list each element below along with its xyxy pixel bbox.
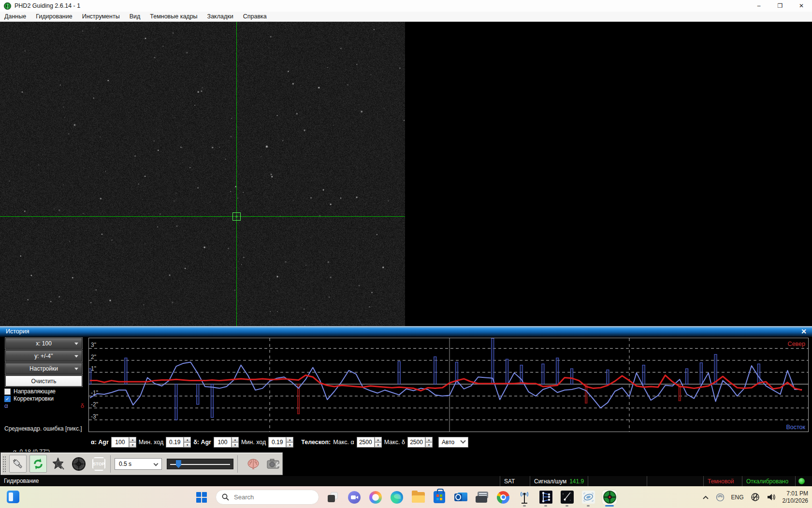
close-button[interactable]: ✕: [791, 0, 812, 12]
chrome-button[interactable]: [496, 490, 510, 505]
ra-minmove-input[interactable]: [166, 437, 184, 448]
minimize-button[interactable]: –: [748, 0, 769, 12]
toolbar-grip-handle[interactable]: [2, 456, 6, 472]
taskbar-clock[interactable]: 7:01 PM 2/10/2026: [783, 490, 808, 505]
search-input[interactable]: [234, 493, 306, 501]
svg-text:3": 3": [91, 342, 96, 348]
start-button[interactable]: [194, 490, 209, 505]
corrections-checkbox[interactable]: ✓: [4, 396, 11, 402]
max-ra-stepper[interactable]: ▲▼: [357, 437, 382, 448]
dec-mode-select[interactable]: Авто: [438, 437, 468, 448]
restore-button[interactable]: ❐: [769, 0, 791, 12]
menu-tools[interactable]: Инструменты: [77, 12, 125, 22]
crosshair-horizontal: [0, 216, 405, 217]
auto-select-star-button[interactable]: [50, 455, 67, 473]
camera-image-area[interactable]: [0, 22, 812, 326]
spin-up-icon[interactable]: ▲: [425, 437, 433, 442]
galaxy-icon: [582, 491, 595, 504]
guides-checkbox[interactable]: [4, 388, 11, 395]
dec-aggression-input[interactable]: [214, 437, 232, 448]
spin-up-icon[interactable]: ▲: [184, 437, 191, 442]
clock-date: 2/10/2026: [783, 497, 808, 505]
file-explorer-button[interactable]: [411, 490, 425, 505]
task-view-button[interactable]: [326, 490, 340, 505]
ra-legend-label: α: [4, 402, 8, 409]
status-bar: Гидирование SAT Сигнал/шум141.9 Темновой…: [0, 476, 812, 486]
clock-time: 7:01 PM: [783, 490, 808, 497]
clear-button[interactable]: Очистить: [5, 375, 82, 387]
y-scale-dropdown[interactable]: y: +/-4'': [5, 350, 82, 361]
language-indicator[interactable]: ENG: [731, 494, 744, 501]
spin-down-icon[interactable]: ▼: [425, 442, 433, 448]
phd2-taskbar-button[interactable]: [602, 490, 617, 505]
dec-minmove-input[interactable]: [268, 437, 286, 448]
galaxy-app-button[interactable]: [581, 490, 595, 505]
max-ra-input[interactable]: [357, 437, 375, 448]
widgets-icon[interactable]: [7, 491, 19, 503]
menu-guiding[interactable]: Гидирование: [31, 12, 77, 22]
exposure-select[interactable]: 0.5 s: [115, 458, 162, 470]
spin-down-icon[interactable]: ▼: [232, 442, 239, 448]
spin-up-icon[interactable]: ▲: [375, 437, 382, 442]
history-close-icon[interactable]: ✕: [799, 327, 808, 336]
outlook-icon: [454, 492, 467, 503]
max-dec-stepper[interactable]: ▲▼: [407, 437, 433, 448]
remote-keyboard-button[interactable]: [475, 490, 489, 505]
advanced-settings-button[interactable]: [245, 455, 262, 473]
ra-aggression-input[interactable]: [111, 437, 129, 448]
dec-agr-label: δ: Agr: [193, 439, 211, 446]
guide-star-box: [232, 212, 241, 221]
status-calibrated: Откалибровано: [742, 476, 795, 486]
spin-down-icon[interactable]: ▼: [375, 442, 382, 448]
svg-text:2": 2": [91, 354, 96, 360]
taskbar-search[interactable]: [216, 490, 319, 505]
menu-data[interactable]: Данные: [0, 12, 31, 22]
starfield-image[interactable]: [0, 22, 405, 326]
corrections-checkbox-label: Корректировки: [14, 395, 54, 402]
comet-app-button[interactable]: [560, 490, 574, 505]
wireless-display-icon[interactable]: [716, 493, 725, 502]
settings-dropdown[interactable]: Настройки: [5, 363, 82, 374]
history-titlebar[interactable]: История ✕: [0, 326, 812, 337]
ra-aggression-stepper[interactable]: ▲▼: [111, 437, 136, 448]
sequencer-app-button[interactable]: [538, 490, 553, 505]
edge-button[interactable]: [390, 490, 404, 505]
spin-up-icon[interactable]: ▲: [129, 437, 136, 442]
teams-chat-button[interactable]: [347, 490, 362, 505]
dec-aggression-stepper[interactable]: ▲▼: [214, 437, 239, 448]
connect-equipment-button[interactable]: [9, 455, 27, 473]
spin-down-icon[interactable]: ▼: [286, 442, 293, 448]
spin-down-icon[interactable]: ▼: [129, 442, 136, 448]
antenna-app-button[interactable]: [517, 490, 532, 505]
microsoft-store-button[interactable]: [432, 490, 447, 505]
comet-icon: [561, 491, 574, 504]
camera-settings-button[interactable]: [265, 455, 282, 473]
search-icon: [222, 493, 229, 501]
gamma-slider[interactable]: [167, 459, 233, 469]
menu-help[interactable]: Справка: [238, 12, 272, 22]
store-icon: [434, 491, 445, 503]
tray-chevron-up-icon[interactable]: [702, 495, 709, 500]
ra-minmove-stepper[interactable]: ▲▼: [166, 437, 191, 448]
copilot-button[interactable]: [368, 490, 383, 505]
chevron-down-icon: [461, 438, 466, 444]
menu-darks[interactable]: Темновые кадры: [145, 12, 202, 22]
status-empty-2: [647, 476, 703, 486]
max-dec-input[interactable]: [407, 437, 425, 448]
stop-button[interactable]: STOP: [91, 456, 106, 472]
spin-up-icon[interactable]: ▲: [232, 437, 239, 442]
slider-handle[interactable]: [176, 460, 181, 468]
network-globe-icon[interactable]: [751, 493, 760, 502]
menu-view[interactable]: Вид: [125, 12, 145, 22]
dec-minmove-stepper[interactable]: ▲▼: [268, 437, 293, 448]
menu-bookmarks[interactable]: Закладки: [203, 12, 238, 22]
spin-down-icon[interactable]: ▼: [184, 442, 191, 448]
chevron-down-icon: [74, 368, 78, 370]
begin-guiding-button[interactable]: [70, 455, 87, 473]
ra-minmove-label: Мин. ход: [139, 439, 163, 446]
loop-exposures-button[interactable]: [29, 455, 47, 473]
x-scale-dropdown[interactable]: x: 100: [5, 338, 82, 349]
volume-icon[interactable]: [767, 493, 776, 501]
outlook-button[interactable]: [453, 490, 468, 505]
spin-up-icon[interactable]: ▲: [286, 437, 293, 442]
